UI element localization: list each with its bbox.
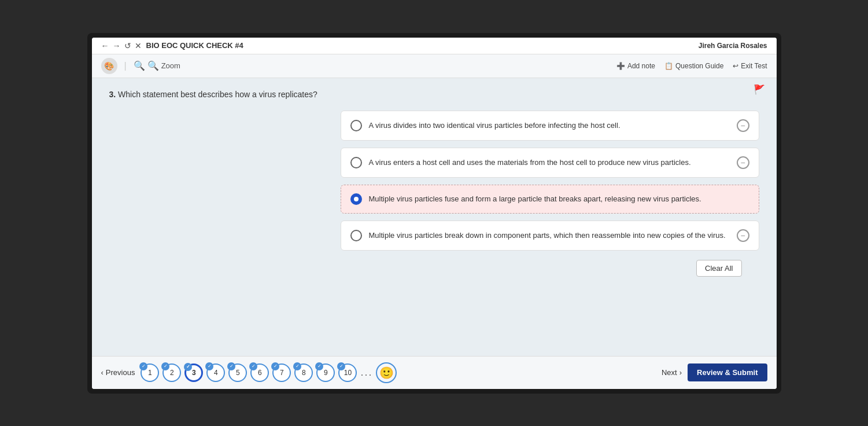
top-bar: ← → ↺ ✕ BIO EOC QUICK CHECK #4 Jireh Gar… — [92, 38, 777, 54]
bubble-label-3: 3 — [192, 369, 196, 377]
answer-option-a[interactable]: A virus divides into two identical virus… — [341, 111, 759, 141]
exit-test-label: Exit Test — [741, 62, 767, 70]
question-guide-label: Question Guide — [675, 62, 723, 70]
radio-d[interactable] — [350, 230, 362, 241]
check-icon-5: ✓ — [227, 362, 235, 370]
bubble-label-5: 5 — [236, 369, 240, 377]
next-button[interactable]: Next › — [662, 368, 682, 377]
nav-refresh-icon[interactable]: ↺ — [124, 41, 131, 50]
flag-area: 🚩 — [754, 84, 765, 95]
app-title: BIO EOC QUICK CHECK #4 — [146, 41, 243, 50]
bubble-label-10: 10 — [344, 369, 352, 377]
previous-button[interactable]: ‹ Previous — [101, 368, 135, 377]
check-icon-8: ✓ — [293, 362, 301, 370]
answer-text-d: Multiple virus particles break down in c… — [369, 231, 730, 240]
question-bubbles: ✓ 1 ✓ 2 ✓ 3 ✓ 4 — [141, 362, 656, 383]
question-bubble-5[interactable]: ✓ 5 — [228, 363, 247, 382]
question-bubble-10[interactable]: ✓ 10 — [338, 363, 357, 382]
answer-option-b[interactable]: A virus enters a host cell and uses the … — [341, 148, 759, 178]
browser-controls: ← → ↺ ✕ — [101, 41, 142, 50]
radio-c[interactable] — [350, 193, 362, 205]
question-guide-icon: 📋 — [664, 62, 673, 70]
smiley-icon[interactable]: 🙂 — [376, 362, 397, 383]
eliminate-a-icon[interactable]: − — [737, 119, 749, 132]
question-bubble-8[interactable]: ✓ 8 — [294, 363, 313, 382]
question-bubble-9[interactable]: ✓ 9 — [316, 363, 335, 382]
bottom-nav: ‹ Previous ✓ 1 ✓ 2 ✓ 3 — [92, 356, 777, 389]
more-questions-dots: ... — [360, 366, 372, 379]
palette-icon[interactable]: 🎨 — [101, 58, 117, 74]
answers-container: A virus divides into two identical virus… — [341, 111, 759, 251]
radio-a[interactable] — [350, 120, 362, 131]
exit-test-button[interactable]: ↩ Exit Test — [733, 62, 767, 70]
top-bar-right: Jireh Garcia Rosales — [699, 42, 767, 50]
question-guide-button[interactable]: 📋 Question Guide — [664, 62, 723, 70]
clear-all-area: Clear All — [341, 260, 759, 277]
next-arrow-icon: › — [679, 368, 682, 377]
nav-back-icon[interactable]: ← — [101, 41, 109, 50]
top-bar-left: ← → ↺ ✕ BIO EOC QUICK CHECK #4 — [101, 41, 243, 50]
check-icon-4: ✓ — [205, 362, 213, 370]
question-bubble-3[interactable]: ✓ 3 — [184, 363, 203, 382]
previous-label: Previous — [106, 368, 135, 377]
flag-icon[interactable]: 🚩 — [754, 85, 765, 94]
bubble-label-1: 1 — [148, 369, 152, 377]
zoom-in-icon[interactable]: 🔍 — [147, 60, 159, 71]
check-icon-3: ✓ — [184, 363, 192, 371]
question-bubble-4[interactable]: ✓ 4 — [206, 363, 225, 382]
eliminate-b-icon[interactable]: − — [737, 156, 749, 169]
check-icon-10: ✓ — [337, 362, 345, 370]
answer-option-d[interactable]: Multiple virus particles break down in c… — [341, 221, 759, 251]
prev-arrow-icon: ‹ — [101, 368, 104, 377]
check-icon-6: ✓ — [249, 362, 257, 370]
toolbar: 🎨 | 🔍 🔍 Zoom ➕ Add note 📋 Question Guide — [92, 54, 777, 78]
check-icon-7: ✓ — [271, 362, 279, 370]
check-icon-9: ✓ — [315, 362, 323, 370]
nav-forward-icon[interactable]: → — [113, 41, 121, 50]
check-icon-2: ✓ — [161, 362, 169, 370]
bubble-label-9: 9 — [324, 369, 328, 377]
bubble-label-4: 4 — [214, 369, 218, 377]
user-name: Jireh Garcia Rosales — [699, 42, 767, 50]
question-body: Which statement best describes how a vir… — [118, 90, 317, 99]
question-bubble-6[interactable]: ✓ 6 — [250, 363, 269, 382]
zoom-label[interactable]: Zoom — [161, 61, 180, 70]
question-bubble-2[interactable]: ✓ 2 — [162, 363, 181, 382]
eliminate-d-icon[interactable]: − — [737, 229, 749, 242]
nav-close-icon[interactable]: ✕ — [135, 41, 142, 50]
radio-b[interactable] — [350, 157, 362, 168]
bubble-label-8: 8 — [302, 369, 306, 377]
add-note-icon: ➕ — [616, 62, 625, 70]
exit-test-icon: ↩ — [733, 62, 738, 70]
bubble-label-6: 6 — [258, 369, 262, 377]
zoom-out-icon[interactable]: 🔍 — [134, 60, 145, 71]
question-bubble-7[interactable]: ✓ 7 — [272, 363, 291, 382]
answer-text-c: Multiple virus particles fuse and form a… — [369, 194, 749, 203]
zoom-controls: 🔍 🔍 Zoom — [134, 60, 180, 71]
bubble-label-7: 7 — [280, 369, 284, 377]
toolbar-left: 🎨 | 🔍 🔍 Zoom — [101, 58, 180, 74]
check-icon-1: ✓ — [139, 362, 147, 370]
question-text: 3. Which statement best describes how a … — [109, 90, 759, 99]
review-submit-button[interactable]: Review & Submit — [688, 363, 767, 381]
bubble-label-2: 2 — [170, 369, 174, 377]
toolbar-right: ➕ Add note 📋 Question Guide ↩ Exit Test — [616, 62, 767, 70]
answer-text-a: A virus divides into two identical virus… — [369, 121, 730, 130]
add-note-button[interactable]: ➕ Add note — [616, 62, 655, 70]
answer-text-b: A virus enters a host cell and uses the … — [369, 158, 730, 167]
question-bubble-1[interactable]: ✓ 1 — [141, 363, 159, 382]
clear-all-button[interactable]: Clear All — [696, 260, 741, 277]
add-note-label: Add note — [627, 62, 655, 70]
main-content: 🚩 3. Which statement best describes how … — [92, 78, 777, 356]
question-number: 3. — [109, 90, 116, 99]
answer-option-c[interactable]: Multiple virus particles fuse and form a… — [341, 185, 759, 214]
next-label: Next — [662, 368, 677, 377]
